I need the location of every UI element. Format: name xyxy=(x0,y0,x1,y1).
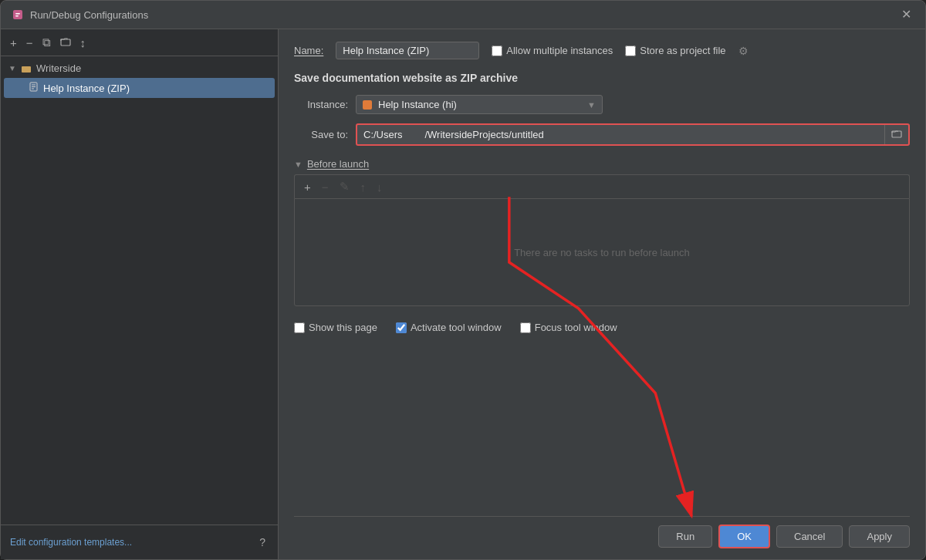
save-to-row: Save to: xyxy=(294,123,910,146)
dialog-title: Run/Debug Configurations xyxy=(30,9,148,21)
svg-rect-3 xyxy=(61,39,70,46)
before-launch-arrow-icon: ▼ xyxy=(294,160,302,169)
instance-color-dot xyxy=(363,100,372,110)
path-input-wrapper xyxy=(356,123,910,146)
tree-item-help-instance[interactable]: Help Instance (ZIP) xyxy=(4,78,275,98)
title-bar: Run/Debug Configurations ✕ xyxy=(1,1,925,29)
bottom-checkboxes: Show this page Activate tool window Focu… xyxy=(294,322,910,333)
left-footer: Edit configuration templates... ? xyxy=(1,525,278,559)
svg-rect-0 xyxy=(13,10,22,19)
no-tasks-text: There are no tasks to run before launch xyxy=(514,247,690,258)
config-file-icon xyxy=(29,82,39,92)
activate-window-label: Activate tool window xyxy=(411,322,502,333)
focus-window-label: Focus tool window xyxy=(535,322,617,333)
focus-window-checkbox[interactable] xyxy=(520,322,531,333)
folder-config-button[interactable] xyxy=(57,35,74,51)
main-content: + − ⧉ ↕ ▼ xyxy=(1,29,925,559)
add-config-button[interactable]: + xyxy=(7,35,20,51)
instance-dropdown-value: Help Instance (hi) xyxy=(378,99,581,110)
left-panel: + − ⧉ ↕ ▼ xyxy=(1,29,279,559)
before-launch-content: There are no tasks to run before launch xyxy=(294,198,910,306)
store-project-label: Store as project file xyxy=(640,45,725,56)
save-to-label: Save to: xyxy=(294,129,348,140)
svg-rect-1 xyxy=(15,13,20,15)
right-panel: Name: Allow multiple instances Store as … xyxy=(279,29,925,559)
instance-row: Instance: Help Instance (hi) ▼ xyxy=(294,95,910,114)
before-launch-header[interactable]: ▼ Before launch xyxy=(294,158,910,170)
config-header: Name: Allow multiple instances Store as … xyxy=(294,42,910,59)
edit-templates-link[interactable]: Edit configuration templates... xyxy=(10,537,132,548)
path-input[interactable] xyxy=(357,126,884,143)
show-page-label: Show this page xyxy=(309,322,377,333)
instance-label: Instance: xyxy=(294,99,348,110)
activate-window-checkbox-label[interactable]: Activate tool window xyxy=(396,322,502,333)
tree-group-label: Writerside xyxy=(36,62,81,74)
store-project-checkbox-label[interactable]: Store as project file xyxy=(625,45,725,56)
svg-rect-2 xyxy=(15,15,19,17)
copy-config-button[interactable]: ⧉ xyxy=(39,34,54,51)
show-page-checkbox-label[interactable]: Show this page xyxy=(294,322,377,333)
tree-item-icon xyxy=(29,82,39,94)
run-button[interactable]: Run xyxy=(658,525,712,548)
before-launch-up-button[interactable]: ↑ xyxy=(357,179,370,195)
section-title: Save documentation website as ZIP archiv… xyxy=(294,72,910,84)
name-input[interactable] xyxy=(336,42,479,59)
remove-config-button[interactable]: − xyxy=(23,35,36,51)
focus-window-checkbox-label[interactable]: Focus tool window xyxy=(520,322,617,333)
show-page-checkbox[interactable] xyxy=(294,322,305,333)
run-debug-dialog: Run/Debug Configurations ✕ + − ⧉ ↕ xyxy=(0,0,926,560)
before-launch-down-button[interactable]: ↓ xyxy=(373,179,386,195)
close-button[interactable]: ✕ xyxy=(898,7,914,22)
config-tree: ▼ Writerside xyxy=(1,56,278,525)
name-label: Name: xyxy=(294,45,323,56)
help-button[interactable]: ? xyxy=(256,533,269,552)
folder-icon xyxy=(60,36,71,47)
allow-multiple-checkbox-label[interactable]: Allow multiple instances xyxy=(492,45,613,56)
before-launch-toolbar: + − ✎ ↑ ↓ xyxy=(294,174,910,198)
allow-multiple-label: Allow multiple instances xyxy=(506,45,613,56)
tree-group-writerside: ▼ Writerside xyxy=(1,59,278,98)
dialog-actions: Run OK Cancel Apply xyxy=(294,516,910,552)
sort-config-button[interactable]: ↕ xyxy=(77,35,90,51)
before-launch-remove-button[interactable]: − xyxy=(319,179,332,195)
before-launch-label: Before launch xyxy=(307,158,369,170)
allow-multiple-checkbox[interactable] xyxy=(492,46,502,56)
tree-group-header[interactable]: ▼ Writerside xyxy=(1,59,278,77)
tree-toolbar: + − ⧉ ↕ xyxy=(1,29,278,56)
cancel-button[interactable]: Cancel xyxy=(776,525,843,548)
tree-item-label: Help Instance (ZIP) xyxy=(43,83,130,94)
tree-expand-arrow: ▼ xyxy=(8,64,16,73)
instance-dropdown[interactable]: Help Instance (hi) ▼ xyxy=(356,95,603,114)
ok-button[interactable]: OK xyxy=(718,525,770,548)
browse-button[interactable] xyxy=(884,125,908,144)
dialog-icon xyxy=(12,8,24,21)
store-project-checkbox[interactable] xyxy=(625,46,636,56)
settings-gear-icon[interactable]: ⚙ xyxy=(738,45,749,57)
before-launch-section: ▼ Before launch + − ✎ ↑ ↓ There are no t… xyxy=(294,158,910,306)
before-launch-edit-button[interactable]: ✎ xyxy=(336,178,353,195)
before-launch-add-button[interactable]: + xyxy=(301,179,314,195)
apply-button[interactable]: Apply xyxy=(849,525,910,548)
dropdown-arrow-icon: ▼ xyxy=(587,100,596,110)
folder-browse-icon xyxy=(891,128,902,139)
activate-window-checkbox[interactable] xyxy=(396,322,407,333)
writerside-folder-icon xyxy=(21,63,32,74)
